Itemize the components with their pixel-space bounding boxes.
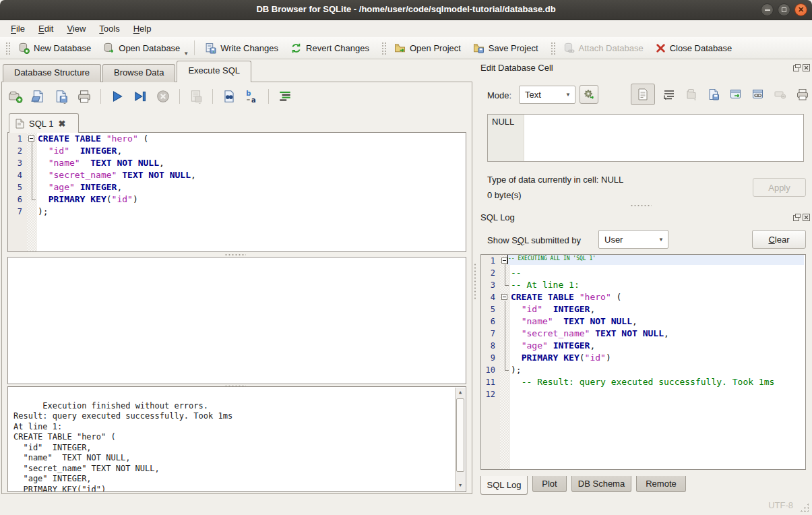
toolbar-separator — [100, 89, 101, 104]
find-icon — [222, 89, 237, 104]
code-line: 4 "secret_name" TEXT NOT NULL, — [8, 169, 466, 181]
new-sql-tab-button[interactable] — [7, 88, 24, 104]
sql-toolbar: ba — [7, 88, 293, 104]
open-database-dropdown-icon[interactable]: ▼ — [183, 51, 189, 57]
scroll-up-icon[interactable]: ▲ — [456, 388, 465, 398]
cell-settings-button[interactable] — [580, 85, 598, 104]
maximize-button[interactable] — [778, 3, 790, 16]
code-line: 3 "name" TEXT NOT NULL, — [8, 157, 466, 169]
close-tab-icon[interactable]: ✖ — [58, 119, 65, 129]
menu-edit[interactable]: Edit — [32, 22, 60, 36]
tab-browse-data[interactable]: Browse Data — [102, 64, 175, 82]
import-cell-data-button — [683, 86, 699, 102]
execute-current-line-button[interactable] — [132, 88, 148, 104]
float-dock-icon[interactable] — [793, 64, 801, 71]
sql-log-filter-label: Show SQL submitted by — [487, 235, 581, 245]
sql-file-icon — [15, 119, 24, 129]
bottom-tab-remote[interactable]: Remote — [636, 476, 686, 492]
toolbar-separator — [194, 40, 195, 55]
resize-grip-icon[interactable] — [800, 503, 809, 512]
clear-log-button[interactable]: Clear — [752, 230, 806, 249]
results-pane[interactable] — [7, 257, 466, 384]
encoding-status: UTF-8 — [768, 500, 793, 510]
cell-editor-gutter: NULL — [488, 115, 524, 161]
menu-file[interactable]: File — [4, 22, 32, 36]
dock-splitter-handle[interactable] — [630, 204, 652, 207]
dock-splitter-handle[interactable] — [474, 263, 476, 301]
export-icon — [707, 88, 720, 101]
word-wrap-icon — [663, 89, 675, 100]
print-cell-button[interactable] — [794, 86, 811, 102]
stop-icon — [156, 89, 170, 104]
sql-log-view[interactable]: 1-- EXECUTING ALL IN 'SQL 1'2--3-- At li… — [480, 254, 806, 470]
save-project-button[interactable]: Save Project — [467, 40, 544, 57]
sql-log-filter-select[interactable]: User ▼ — [598, 230, 668, 249]
code-line: 8 "age" INTEGER, — [481, 340, 805, 352]
title-bar[interactable]: DB Browser for SQLite - /home/user/code/… — [0, 0, 812, 20]
open-sql-file-button[interactable] — [30, 88, 46, 104]
open-database-button[interactable]: Open Database — [97, 40, 186, 57]
fold-marker-icon[interactable] — [28, 135, 34, 142]
fold-marker-icon[interactable] — [501, 294, 507, 300]
toolbar-grip[interactable] — [5, 41, 10, 55]
window-title: DB Browser for SQLite - /home/user/code/… — [0, 4, 812, 14]
find-replace-button[interactable]: ba — [244, 88, 260, 104]
close-button[interactable]: ✕ — [794, 3, 807, 16]
edit-cell-title: Edit Database Cell — [480, 63, 553, 73]
close-database-button[interactable]: Close Database — [650, 40, 739, 56]
svg-text:a: a — [251, 96, 256, 104]
open-file-icon — [31, 89, 46, 104]
copy-link-button[interactable] — [750, 86, 766, 102]
gear-icon — [583, 88, 595, 100]
save-results-button — [188, 88, 204, 104]
execute-all-button[interactable] — [109, 88, 125, 104]
toolbar-grip[interactable] — [550, 41, 555, 55]
float-dock-icon[interactable] — [793, 214, 801, 221]
menu-help[interactable]: Help — [127, 22, 158, 36]
bottom-tab-sql-log[interactable]: SQL Log — [480, 476, 528, 495]
revert-changes-button[interactable]: Revert Changes — [284, 40, 375, 57]
mode-text-button[interactable] — [631, 84, 655, 105]
cell-editor[interactable]: NULL — [487, 114, 804, 162]
tab-database-structure[interactable]: Database Structure — [3, 64, 101, 82]
new-database-icon — [18, 42, 30, 54]
import-icon — [685, 88, 698, 101]
write-changes-button[interactable]: Write Changes — [199, 40, 284, 57]
close-dock-icon[interactable] — [803, 64, 810, 71]
open-project-button[interactable]: Open Project — [388, 40, 467, 57]
sql-document-tab[interactable]: SQL 1 ✖ — [9, 113, 79, 133]
word-wrap-button[interactable] — [661, 86, 677, 102]
menu-view[interactable]: View — [60, 22, 92, 36]
code-line: 11 -- Result: query executed successfull… — [481, 376, 805, 388]
chevron-down-icon: ▼ — [565, 92, 571, 98]
bottom-tab-db-schema[interactable]: DB Schema — [571, 476, 631, 492]
scroll-down-icon[interactable]: ▼ — [456, 481, 465, 491]
fold-marker-icon[interactable] — [501, 258, 507, 264]
save-sql-file-button[interactable] — [53, 88, 69, 104]
open-in-external-button[interactable] — [728, 86, 744, 102]
scroll-thumb[interactable] — [456, 398, 464, 472]
toolbar-separator — [268, 89, 269, 104]
tab-execute-sql[interactable]: Execute SQL — [177, 61, 251, 82]
mode-select[interactable]: Text ▼ — [519, 86, 575, 104]
export-cell-data-button[interactable] — [706, 86, 722, 102]
bottom-tab-plot[interactable]: Plot — [532, 476, 567, 492]
app-window: DB Browser for SQLite - /home/user/code/… — [0, 0, 812, 515]
close-database-icon — [656, 43, 666, 53]
close-dock-icon[interactable] — [803, 214, 810, 221]
sql-editor[interactable]: 1CREATE TABLE "hero" (2 "id" INTEGER,3 "… — [7, 132, 466, 252]
format-sql-button[interactable] — [277, 88, 293, 104]
execution-log-pane[interactable]: Execution finished without errors. Resul… — [7, 386, 466, 492]
toolbar-grip[interactable] — [381, 41, 386, 55]
code-line: 12 — [481, 388, 805, 400]
new-database-button[interactable]: New Database — [12, 40, 97, 57]
stop-button — [155, 88, 171, 104]
code-line: 10); — [481, 364, 805, 376]
minimize-button[interactable] — [761, 3, 774, 16]
menu-tools[interactable]: Tools — [92, 22, 126, 36]
find-button[interactable] — [221, 88, 237, 104]
splitter-handle[interactable] — [224, 253, 246, 256]
print-button[interactable] — [76, 88, 92, 104]
dock-buttons — [793, 64, 810, 71]
scrollbar[interactable]: ▲ ▼ — [455, 388, 465, 491]
